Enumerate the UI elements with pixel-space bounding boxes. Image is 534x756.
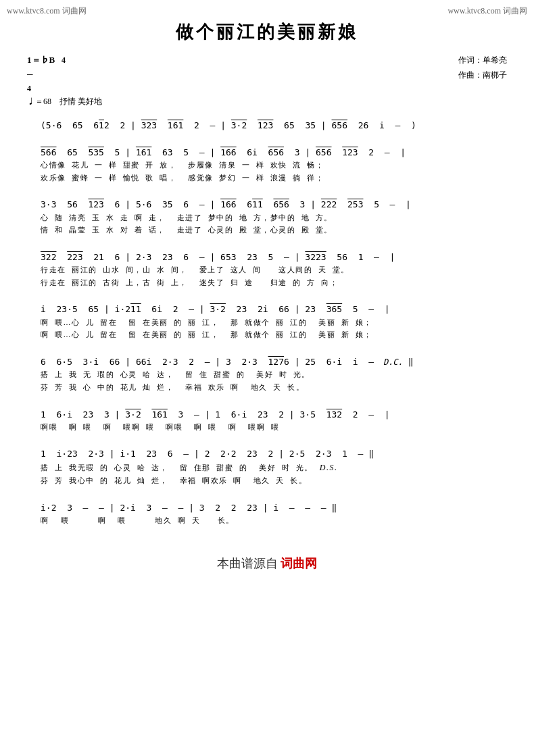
section3-block: 322 223 21 6 | 2·3 23 6 — | 653 23 5 — |… xyxy=(41,251,493,289)
watermark-top-left: www.ktvc8.com 词曲网 www.ktvc8.com 词曲网 xyxy=(0,5,534,17)
section8-block: i·2 3 — — | 2·i 3 — — | 3 2 2 23 | i — —… xyxy=(41,502,493,527)
section4-block: i 23·5 65 | i·211 6i 2 — | 3·2 23 2i 66 … xyxy=(41,303,493,341)
intro-block: (5·6 65 612 2 | 323 161 2 — | 3·2 123 65… xyxy=(41,120,493,132)
section2-block: 3·3 56 123 6 | 5·6 35 6 — | 166 611 656 … xyxy=(41,199,493,236)
section7-block: 1 i·23 2·3 | i·1 23 6 — | 2 2·2 23 2 | 2… xyxy=(41,448,493,486)
section5-block: 6 6·5 3·i 66 | 66i 2·3 2 — | 3 2·3 1276 … xyxy=(41,356,493,394)
score-container: (5·6 65 612 2 | 323 161 2 — | 3·2 123 65… xyxy=(27,113,507,542)
section1-block: 566 65 535 5 | 161 63 5 — | 166 6i 656 3… xyxy=(41,147,493,184)
song-title: 做个丽江的美丽新娘 xyxy=(27,20,507,44)
bottom-source: 本曲谱源自 词曲网 xyxy=(27,542,507,572)
meta-left: 1＝♭B 4─4 ♩＝68 抒情 美好地 xyxy=(27,53,102,109)
meta-right: 作词：单希亮 作曲：南梆子 xyxy=(458,53,507,82)
section6-block: 1 6·i 23 3 | 3·2 161 3 — | 1 6·i 23 2 | … xyxy=(41,409,493,434)
